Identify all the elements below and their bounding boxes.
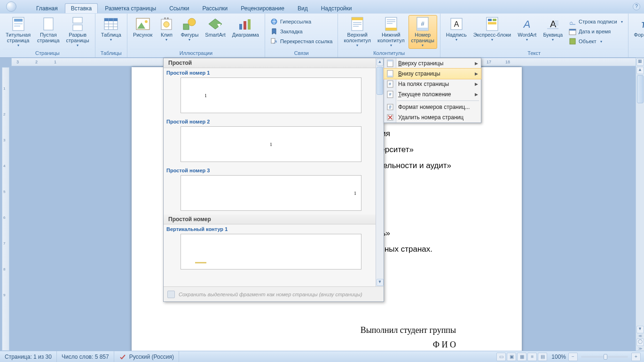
menu-page-margins[interactable]: # На полях страницы▶ bbox=[384, 79, 481, 89]
menu-format-label: Формат номеров страниц... bbox=[398, 104, 470, 110]
zoom-slider[interactable] bbox=[581, 356, 628, 358]
gallery-scroll-thumb[interactable] bbox=[377, 67, 383, 95]
menu-current-position[interactable]: # Текущее положение▶ bbox=[384, 89, 481, 100]
vertical-ruler[interactable]: 1 2 3 4 5 6 7 8 9 bbox=[2, 67, 9, 351]
smartart-icon bbox=[208, 16, 223, 31]
status-page[interactable]: Страница: 1 из 30 bbox=[0, 351, 57, 362]
svg-rect-47 bbox=[488, 22, 496, 24]
office-button[interactable] bbox=[2, 0, 21, 13]
page-margins-icon: # bbox=[386, 80, 394, 88]
ruler-tick: 2 bbox=[35, 60, 38, 64]
svg-rect-62 bbox=[387, 76, 393, 77]
gallery-item-4[interactable] bbox=[181, 234, 361, 270]
view-draft[interactable]: ▤ bbox=[538, 353, 547, 361]
object-icon bbox=[569, 38, 576, 45]
status-wordcount[interactable]: Число слов: 5 857 bbox=[57, 351, 114, 362]
tab-page-layout[interactable]: Разметка страницы bbox=[99, 3, 162, 13]
signature-line-button[interactable]: Строка подписи▾ bbox=[566, 17, 625, 26]
zoom-in[interactable]: + bbox=[631, 353, 641, 361]
gallery-scroll-down[interactable]: ▼ bbox=[377, 279, 384, 286]
clipart-label: Клип bbox=[161, 32, 173, 38]
zoom-level[interactable]: 100% bbox=[551, 354, 566, 360]
tab-review[interactable]: Рецензирование bbox=[235, 3, 291, 13]
clipart-button[interactable]: Клип bbox=[156, 15, 177, 43]
footer-button[interactable]: Нижний колонтитул bbox=[375, 15, 408, 49]
svg-rect-55 bbox=[569, 29, 576, 31]
header-button[interactable]: Верхний колонтитул bbox=[341, 15, 374, 49]
chart-button[interactable]: Диаграмма bbox=[229, 15, 262, 39]
gallery-item-1[interactable]: 1 bbox=[181, 77, 361, 113]
scroll-down[interactable]: ▼ bbox=[636, 326, 644, 333]
svg-rect-5 bbox=[73, 17, 82, 23]
chart-label: Диаграмма bbox=[232, 32, 259, 38]
datetime-icon bbox=[569, 28, 576, 35]
view-outline[interactable]: ≡ bbox=[527, 353, 537, 361]
svg-rect-40 bbox=[417, 28, 428, 31]
tab-addins[interactable]: Надстройки bbox=[315, 3, 358, 13]
tab-insert[interactable]: Вставка bbox=[65, 3, 98, 13]
svg-rect-3 bbox=[14, 25, 20, 27]
gallery-item-2[interactable]: 1 bbox=[181, 126, 361, 162]
gallery-scrollbar[interactable]: ▲ ▼ bbox=[376, 58, 384, 286]
svg-rect-31 bbox=[353, 22, 361, 23]
tab-mailings[interactable]: Рассылки bbox=[196, 3, 234, 13]
svg-point-19 bbox=[167, 17, 169, 19]
hyperlink-button[interactable]: Гиперссылка bbox=[268, 17, 335, 26]
menu-remove-page-numbers[interactable]: Удалить номера страниц bbox=[384, 112, 481, 123]
crossref-icon bbox=[270, 38, 278, 45]
quickparts-label: Экспресс-блоки bbox=[473, 32, 511, 38]
page-break-button[interactable]: Разрыв страницы bbox=[63, 15, 92, 49]
browse-object[interactable]: ◯ bbox=[636, 339, 644, 346]
tab-view[interactable]: Вид bbox=[291, 3, 314, 13]
bookmark-button[interactable]: Закладка bbox=[268, 27, 335, 36]
shapes-button[interactable]: Фигуры bbox=[178, 15, 201, 43]
view-print-layout[interactable]: ▭ bbox=[496, 353, 506, 361]
help-button[interactable]: ? bbox=[633, 3, 640, 10]
zoom-out[interactable]: − bbox=[568, 353, 578, 361]
svg-rect-46 bbox=[493, 19, 496, 21]
ruler-tick: 9 bbox=[3, 293, 5, 297]
scroll-thumb[interactable] bbox=[637, 75, 644, 103]
svg-rect-60 bbox=[387, 60, 393, 62]
ruler-toggle[interactable]: ▦ bbox=[636, 58, 644, 66]
format-number-icon: # bbox=[386, 103, 394, 111]
wordart-button[interactable]: A WordArt bbox=[515, 15, 539, 43]
dropcap-icon: A bbox=[545, 16, 560, 31]
menu-bottom-of-page[interactable]: Внизу страницы▶ bbox=[384, 69, 481, 79]
menu-top-of-page[interactable]: Вверху страницы▶ bbox=[384, 58, 481, 69]
tab-home[interactable]: Главная bbox=[30, 3, 64, 13]
quickparts-button[interactable]: Экспресс-блоки bbox=[471, 15, 514, 43]
gallery-item-3[interactable]: 1 bbox=[181, 175, 361, 211]
gallery-scroll-up[interactable]: ▲ bbox=[377, 59, 384, 66]
title-bar: Главная Вставка Разметка страницы Ссылки… bbox=[0, 0, 644, 13]
status-language[interactable]: Русский (Россия) bbox=[114, 351, 179, 362]
zoom-slider-thumb[interactable] bbox=[604, 354, 607, 360]
dropcap-button[interactable]: A Буквица bbox=[540, 15, 565, 43]
datetime-button[interactable]: Дата и время bbox=[566, 27, 625, 36]
clipart-icon bbox=[159, 16, 174, 31]
view-fullscreen-reading[interactable]: ▣ bbox=[507, 353, 516, 361]
textbox-button[interactable]: A Надпись bbox=[443, 15, 470, 43]
prev-page-button[interactable]: ≪ bbox=[636, 334, 644, 338]
doc-line: Ф И О bbox=[150, 340, 456, 350]
view-web-layout[interactable]: ▦ bbox=[517, 353, 526, 361]
equation-button[interactable]: π Формула bbox=[631, 15, 644, 43]
tab-references[interactable]: Ссылки bbox=[163, 3, 195, 13]
smartart-button[interactable]: SmartArt bbox=[202, 15, 228, 39]
cover-page-icon bbox=[11, 16, 26, 31]
svg-rect-45 bbox=[488, 19, 492, 21]
cover-page-button[interactable]: Титульная страница bbox=[3, 15, 33, 49]
table-button[interactable]: Таблица bbox=[98, 15, 124, 43]
scroll-up[interactable]: ▲ bbox=[636, 67, 644, 74]
object-button[interactable]: Объект▾ bbox=[566, 37, 625, 46]
svg-rect-52 bbox=[555, 24, 558, 25]
picture-button[interactable]: Рисунок bbox=[130, 15, 156, 39]
vertical-scrollbar[interactable]: ▦ ▲ ▼ ≪ ◯ ≫ bbox=[636, 58, 644, 351]
blank-page-button[interactable]: Пустая страница bbox=[34, 15, 62, 45]
menu-format-page-numbers[interactable]: # Формат номеров страниц... bbox=[384, 102, 481, 112]
page-number-button[interactable]: # Номер страницы bbox=[408, 15, 437, 49]
svg-rect-6 bbox=[73, 25, 82, 31]
next-page-button[interactable]: ≫ bbox=[636, 347, 644, 351]
crossref-button[interactable]: Перекрестная ссылка bbox=[268, 37, 335, 46]
chart-icon bbox=[238, 16, 253, 31]
